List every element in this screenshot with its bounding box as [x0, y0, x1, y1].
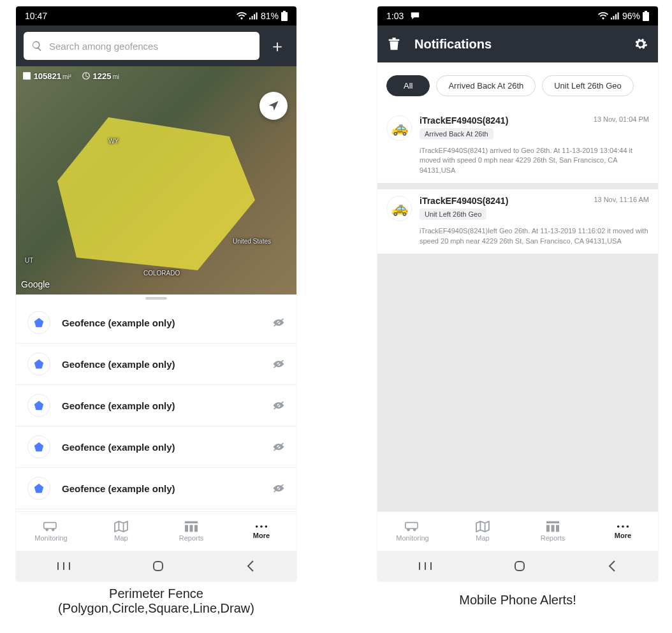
- filter-chip[interactable]: Arrived Back At 26th: [436, 75, 536, 96]
- wifi-icon: [237, 12, 247, 20]
- list-item[interactable]: Geofence (example only): [16, 385, 296, 426]
- svg-rect-32: [405, 523, 418, 529]
- notification-card[interactable]: 🚕iTrackEF4940S(8241)Arrived Back At 26th…: [377, 109, 658, 183]
- nav-label: Map: [114, 534, 128, 542]
- svg-marker-8: [34, 401, 43, 410]
- notification-list[interactable]: 🚕iTrackEF4940S(8241)Arrived Back At 26th…: [377, 109, 658, 511]
- message-icon: [410, 11, 420, 20]
- map-attribution: Google: [21, 279, 50, 289]
- polygon-icon: [27, 394, 50, 417]
- svg-point-23: [256, 525, 258, 528]
- search-icon: [31, 40, 43, 52]
- recents-button[interactable]: [418, 561, 432, 571]
- list-item[interactable]: Geofence (example only): [16, 302, 296, 344]
- nav-reports[interactable]: Reports: [518, 512, 588, 551]
- filter-chip[interactable]: Unit Left 26th Geo: [542, 75, 634, 96]
- eye-off-icon: [272, 400, 285, 411]
- map-icon: [476, 521, 490, 532]
- svg-rect-35: [546, 521, 559, 523]
- perimeter-icon: [82, 71, 91, 80]
- svg-rect-38: [556, 525, 559, 532]
- geofence-polygon[interactable]: [51, 111, 261, 283]
- nav-monitoring[interactable]: Monitoring: [16, 512, 86, 551]
- eye-off-icon: [272, 442, 285, 452]
- search-box[interactable]: [24, 32, 259, 60]
- reports-icon: [185, 521, 198, 532]
- header: Notifications: [377, 25, 658, 62]
- visibility-toggle[interactable]: [272, 483, 285, 493]
- nav-label: More: [253, 532, 270, 539]
- settings-button[interactable]: [634, 37, 648, 51]
- more-icon: [254, 523, 268, 530]
- eye-off-icon: [272, 317, 285, 328]
- polygon-icon: [27, 353, 50, 375]
- bus-icon: [43, 521, 59, 532]
- locate-button[interactable]: [259, 92, 288, 120]
- map-view[interactable]: 105821mi² 1225mi WY UT COLORADO United S…: [16, 66, 296, 295]
- back-button[interactable]: [607, 560, 617, 572]
- geofence-list: Geofence (example only)Geofence (example…: [16, 302, 296, 511]
- bottom-nav: Monitoring Map Reports More: [377, 511, 658, 551]
- map-label-wy: WY: [108, 138, 119, 145]
- svg-rect-22: [194, 525, 198, 532]
- status-left: 1:03: [386, 11, 420, 21]
- visibility-toggle[interactable]: [272, 400, 285, 411]
- delete-button[interactable]: [388, 37, 400, 51]
- status-right: 81%: [237, 11, 288, 21]
- svg-rect-0: [281, 12, 288, 21]
- phone-notifications: 1:03 96% Notifications AllArrived Back A…: [377, 6, 658, 581]
- visibility-toggle[interactable]: [272, 442, 285, 452]
- nav-label: Map: [476, 534, 489, 542]
- list-item[interactable]: Geofence (example only): [16, 426, 296, 468]
- map-icon: [114, 521, 128, 532]
- notif-time: 13 Nov, 11:16 AM: [594, 196, 649, 203]
- back-button[interactable]: [245, 560, 256, 572]
- svg-rect-21: [190, 525, 193, 532]
- svg-rect-1: [283, 11, 286, 12]
- nav-more[interactable]: More: [226, 512, 296, 551]
- caption-left: Perimeter Fence (Polygon,Circle,Square,L…: [16, 586, 296, 616]
- eye-off-icon: [272, 483, 285, 493]
- drag-handle[interactable]: [16, 295, 296, 302]
- notif-tag: Unit Left 26th Geo: [420, 208, 486, 220]
- filter-chip[interactable]: All: [386, 75, 430, 96]
- geofence-name: Geofence (example only): [62, 400, 261, 411]
- svg-point-18: [52, 528, 55, 531]
- android-soft-buttons: [377, 551, 658, 581]
- phone-geofences: 10:47 81% ＋ 105821mi² 1225mi: [16, 6, 296, 581]
- notification-card[interactable]: 🚕iTrackEF4940S(8241)Unit Left 26th Geo13…: [377, 189, 658, 254]
- wifi-icon: [598, 12, 608, 20]
- search-input[interactable]: [48, 40, 252, 52]
- status-time: 10:47: [25, 11, 47, 21]
- nav-more[interactable]: More: [588, 512, 658, 551]
- visibility-toggle[interactable]: [272, 317, 285, 328]
- nav-monitoring[interactable]: Monitoring: [377, 512, 448, 551]
- list-item[interactable]: Geofence (example only): [16, 344, 296, 385]
- battery-icon: [281, 11, 288, 21]
- add-button[interactable]: ＋: [266, 38, 289, 54]
- car-icon: 🚕: [386, 115, 412, 141]
- home-button[interactable]: [513, 560, 526, 572]
- polygon-icon: [27, 435, 50, 458]
- home-button[interactable]: [152, 560, 164, 572]
- more-icon: [616, 523, 630, 530]
- nav-label: Reports: [179, 534, 204, 542]
- svg-marker-12: [34, 484, 43, 493]
- notif-body: iTrackEF4940S(8241) arrived to Geo 26th.…: [386, 146, 649, 175]
- location-arrow-icon: [267, 99, 280, 112]
- notif-title: iTrackEF4940S(8241): [420, 115, 586, 126]
- recents-button[interactable]: [57, 561, 71, 571]
- nav-map[interactable]: Map: [448, 512, 518, 551]
- svg-point-25: [265, 525, 268, 528]
- list-item[interactable]: Geofence (example only): [16, 468, 296, 509]
- perimeter-stat: 1225mi: [82, 71, 119, 81]
- car-icon: 🚕: [386, 196, 412, 221]
- nav-reports[interactable]: Reports: [156, 512, 226, 551]
- nav-map[interactable]: Map: [86, 512, 156, 551]
- page-title: Notifications: [414, 37, 620, 52]
- svg-point-34: [413, 528, 416, 531]
- svg-rect-45: [515, 562, 524, 571]
- notif-title: iTrackEF4940S(8241): [420, 196, 586, 206]
- visibility-toggle[interactable]: [272, 359, 285, 369]
- svg-rect-31: [645, 11, 647, 12]
